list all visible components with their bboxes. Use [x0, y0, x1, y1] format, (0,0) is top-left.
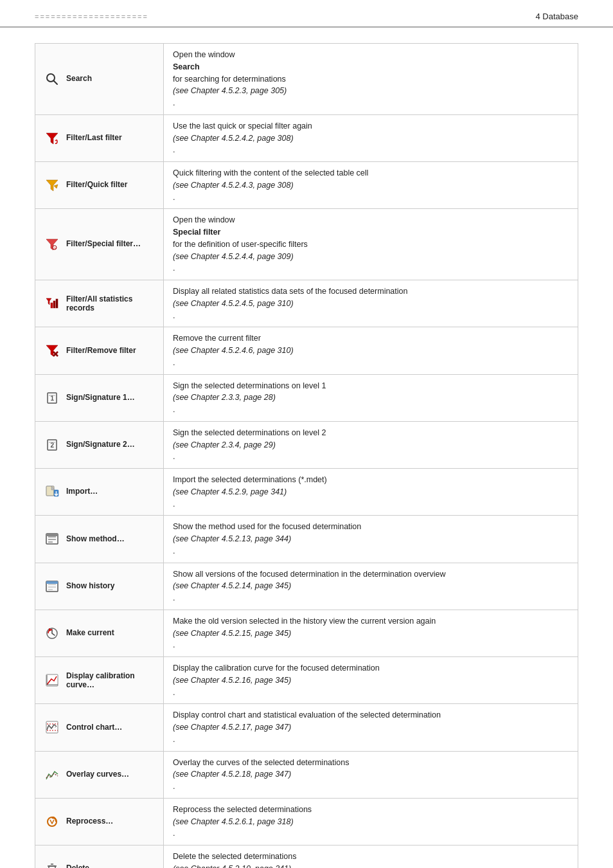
icon-label-cell: Filter/Quick filter: [35, 162, 164, 208]
table-row: Show history Show all versions of the fo…: [35, 563, 578, 610]
table-row: Search Open the window Search for search…: [35, 44, 578, 115]
svg-marker-4: [54, 185, 58, 188]
description-cell: Delete the selected determinations (see …: [164, 845, 578, 868]
filter-special-icon: ?: [42, 237, 62, 251]
show-method-icon: [42, 532, 62, 546]
description-cell: Show all versions of the focused determi…: [164, 563, 578, 610]
description-cell: Sign the selected determinations on leve…: [164, 422, 578, 468]
icon-table: Search Open the window Search for search…: [35, 43, 578, 868]
table-row: Reprocess… Reprocess the selected determ…: [35, 799, 578, 845]
description-cell: Use the last quick or special filter aga…: [164, 115, 578, 161]
icon-label-cell: Search: [35, 44, 164, 114]
table-row: Display calibration curve… Display the c…: [35, 657, 578, 704]
icon-label-cell: Show history: [35, 563, 164, 610]
table-row: Show method… Show the method used for th…: [35, 516, 578, 563]
item-label: Make current: [66, 628, 114, 638]
table-row: Filter/Last filter Use the last quick or…: [35, 115, 578, 162]
svg-marker-2: [46, 133, 58, 144]
item-label: Sign/Signature 1…: [66, 393, 135, 403]
show-history-icon: [42, 579, 62, 593]
header-dots: =====================: [35, 13, 148, 21]
description-cell: Open the window Special filter for the d…: [164, 209, 578, 280]
description-cell: Make the old version selected in the his…: [164, 610, 578, 656]
sign1-icon: 1: [42, 391, 62, 405]
icon-label-cell: Filter/Last filter: [35, 115, 164, 161]
svg-rect-9: [51, 303, 53, 308]
svg-rect-31: [46, 534, 58, 536]
filter-remove-icon: [42, 343, 62, 357]
filter-all-stats-icon: [42, 296, 62, 311]
icon-label-cell: Reprocess…: [35, 799, 164, 845]
icon-label-cell: Display calibration curve…: [35, 657, 164, 703]
table-row: Overlay curves… Overlay the curves of th…: [35, 752, 578, 799]
reprocess-icon: [42, 815, 62, 829]
icon-label-cell: 2 Sign/Signature 2…: [35, 422, 164, 468]
description-cell: Quick filtering with the content of the …: [164, 162, 578, 208]
icon-label-cell: Filter/All statistics records: [35, 280, 164, 327]
icon-label-cell: Filter/Remove filter: [35, 327, 164, 374]
icon-label-cell: Import…: [35, 469, 164, 515]
item-label: Show method…: [66, 534, 125, 545]
description-cell: Display all related statistics data sets…: [164, 280, 578, 327]
description-cell: Display control chart and statistical ev…: [164, 704, 578, 750]
description-cell: Open the window Search for searching for…: [164, 44, 578, 114]
make-current-icon: [42, 626, 62, 640]
description-cell: Show the method used for the focused det…: [164, 516, 578, 562]
svg-rect-36: [46, 581, 58, 584]
item-label: Filter/Last filter: [66, 133, 122, 143]
item-label: Import…: [66, 487, 98, 497]
description-cell: Remove the current filter (see Chapter 4…: [164, 327, 578, 374]
content-area: Search Open the window Search for search…: [0, 28, 613, 868]
svg-rect-39: [46, 674, 58, 686]
description-cell: Reprocess the selected determinations (s…: [164, 799, 578, 845]
sign2-icon: 2: [42, 438, 62, 452]
description-cell: Sign the selected determinations on leve…: [164, 375, 578, 421]
table-row: Filter/Quick filter Quick filtering with…: [35, 162, 578, 209]
item-label: Show history: [66, 581, 114, 592]
import-icon: [42, 485, 62, 499]
svg-text:1: 1: [51, 395, 55, 402]
table-row: ? Filter/Special filter… Open the window…: [35, 209, 578, 280]
filter-quick-icon: [42, 178, 62, 192]
control-chart-icon: [42, 720, 62, 734]
table-row: Import… Import the selected determinatio…: [35, 469, 578, 516]
display-calibration-icon: [42, 673, 62, 687]
icon-label-cell: Overlay curves…: [35, 752, 164, 798]
item-label: Filter/All statistics records: [66, 294, 132, 313]
overlay-curves-icon: [42, 768, 62, 782]
icon-label-cell: 1 Sign/Signature 1…: [35, 375, 164, 421]
icon-label-cell: Delete: [35, 845, 164, 868]
search-icon: [42, 72, 62, 86]
svg-text:2: 2: [51, 442, 55, 449]
description-cell: Display the calibration curve for the fo…: [164, 657, 578, 703]
item-label: Filter/Remove filter: [66, 346, 136, 356]
table-row: Filter/Remove filter Remove the current …: [35, 327, 578, 374]
item-label: Sign/Signature 2…: [66, 440, 135, 450]
table-row: 2 Sign/Signature 2… Sign the selected de…: [35, 422, 578, 469]
item-label: Control chart…: [66, 723, 122, 733]
item-label: Search: [66, 74, 92, 84]
filter-last-icon: [42, 131, 62, 145]
item-label: Display calibration curve…: [66, 671, 135, 690]
table-row: Make current Make the old version select…: [35, 610, 578, 657]
svg-text:?: ?: [54, 247, 57, 251]
item-label: Overlay curves…: [66, 770, 129, 780]
table-row: Control chart… Display control chart and…: [35, 704, 578, 751]
header-chapter: 4 Database: [536, 12, 579, 21]
icon-label-cell: Make current: [35, 610, 164, 656]
item-label: Filter/Quick filter: [66, 180, 127, 190]
icon-label-cell: Show method…: [35, 516, 164, 562]
svg-rect-11: [56, 299, 58, 308]
description-cell: Overlay the curves of the selected deter…: [164, 752, 578, 798]
svg-rect-10: [53, 301, 55, 308]
icon-label-cell: ? Filter/Special filter…: [35, 209, 164, 280]
item-label: Filter/Special filter…: [66, 239, 141, 249]
table-row: Filter/All statistics records Display al…: [35, 280, 578, 327]
page-header: ===================== 4 Database: [0, 0, 613, 28]
table-row: 1 Sign/Signature 1… Sign the selected de…: [35, 375, 578, 422]
item-label: Reprocess…: [66, 817, 113, 827]
table-row: Delete Delete the selected determination…: [35, 845, 578, 868]
icon-label-cell: Control chart…: [35, 704, 164, 750]
svg-line-1: [54, 80, 58, 84]
description-cell: Import the selected determinations (*.md…: [164, 469, 578, 515]
